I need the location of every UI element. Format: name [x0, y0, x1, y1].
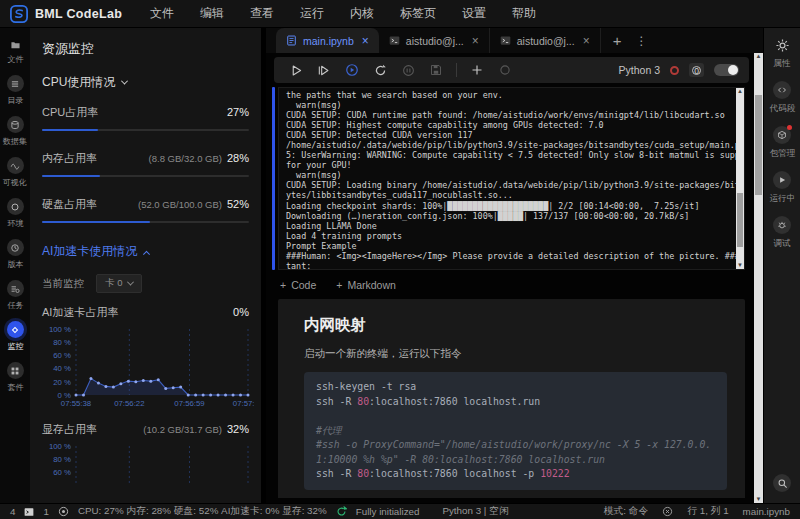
svg-text:80 %: 80 %: [53, 455, 71, 464]
active-filename[interactable]: main.ipynb: [743, 506, 790, 517]
kernel-status[interactable]: Python 3 | 空闲: [442, 505, 508, 518]
tool-item-running[interactable]: 运行中: [769, 171, 796, 205]
tab-options-icon[interactable]: ⋮: [635, 34, 647, 48]
add-markdown-cell-button[interactable]: Markdown: [336, 279, 396, 291]
tool-item-search[interactable]: [773, 474, 791, 492]
main-menu: 文件编辑查看运行内核标签页设置帮助: [150, 5, 536, 22]
code-line: ssh-keygen -t rsa: [316, 380, 715, 395]
sidebar-item-version[interactable]: 版本: [7, 239, 24, 271]
menu-item-2[interactable]: 查看: [250, 5, 274, 22]
add-cell-button[interactable]: [463, 59, 491, 81]
environment-icon: [7, 198, 24, 215]
notifications-icon[interactable]: [662, 506, 673, 517]
code-cell-output[interactable]: the paths that we search based on your e…: [272, 87, 745, 270]
tab-bar-actions: +⋮: [601, 28, 648, 53]
sidebar-item-environment[interactable]: 环境: [7, 198, 24, 230]
tasks-icon: [7, 280, 24, 297]
run-cell-button[interactable]: [282, 59, 310, 81]
gpu-util-value: 0%: [233, 306, 249, 318]
resource-monitor-panel: 资源监控 CPU使用情况 CPU占用率 27% 内存占用率 (8.8 GB/32…: [30, 28, 266, 503]
tool-item-snippet[interactable]: 代码段: [769, 81, 796, 115]
markdown-paragraph: 启动一个新的终端，运行以下指令: [304, 347, 727, 361]
markdown-cell[interactable]: 内网映射 启动一个新的终端，运行以下指令 ssh-keygen -t rsass…: [278, 299, 745, 498]
sidebar-item-tasks[interactable]: 任务: [7, 280, 24, 312]
tool-item-debug[interactable]: 调试: [773, 216, 791, 250]
sidebar-item-suite[interactable]: 套件: [7, 362, 24, 394]
svg-text:100 %: 100 %: [49, 325, 71, 334]
current-monitor-row: 当前监控 卡 0: [42, 274, 249, 293]
sidebar-item-folder[interactable]: 文件: [7, 38, 24, 66]
kernel-badge[interactable]: 0: [689, 63, 704, 77]
output-scrollbar[interactable]: ▲ ▼: [736, 88, 744, 269]
cpu-section-header[interactable]: CPU使用情况: [42, 74, 249, 91]
new-tab-button[interactable]: +: [613, 33, 622, 48]
init-status[interactable]: Fully initialized: [356, 506, 420, 517]
scroll-up-icon[interactable]: ▲: [754, 53, 763, 60]
card-select-dropdown[interactable]: 卡 0: [96, 274, 142, 293]
left-activity-bar: 文件目录数据集可视化环境版本任务监控套件: [0, 28, 30, 503]
sidebar-item-monitor[interactable]: 监控: [7, 321, 24, 353]
pause-kernel-button[interactable]: [394, 59, 422, 81]
tool-item-label: 属性: [773, 57, 790, 69]
restart-run-button[interactable]: [338, 59, 366, 81]
save-button[interactable]: [422, 59, 450, 81]
panel-title: 资源监控: [42, 40, 249, 58]
close-icon[interactable]: ×: [472, 34, 479, 48]
interrupt-button[interactable]: [491, 59, 519, 81]
sidebar-item-dataset[interactable]: 数据集: [2, 116, 28, 148]
menu-item-1[interactable]: 编辑: [200, 5, 224, 22]
folder-icon: [7, 38, 23, 51]
notebook-scroll-area[interactable]: the paths that we search based on your e…: [266, 86, 763, 498]
disk-meter-label: 硬盘占用率: [42, 197, 97, 212]
tab-aistudio-j---[interactable]: aistudio@j...×: [379, 28, 490, 53]
resource-usage-summary[interactable]: CPU: 27% 内存: 28% 硬盘: 52% AI加速卡: 0% 显存: 3…: [78, 505, 327, 518]
tool-item-gear[interactable]: 属性: [773, 36, 791, 70]
initialized-icon: [336, 506, 347, 517]
close-icon[interactable]: ×: [362, 34, 369, 48]
terminal-icon: [24, 507, 34, 517]
code-token: ssh -R: [316, 468, 357, 479]
vram-label: 显存占用率: [42, 422, 97, 437]
notebook-scrollbar[interactable]: ▲ ▼: [754, 53, 763, 503]
memory-meter-label: 内存占用率: [42, 151, 97, 166]
close-icon[interactable]: ×: [583, 34, 590, 48]
notebook-scrollbar-thumb[interactable]: [755, 95, 762, 195]
run-all-button[interactable]: [310, 59, 338, 81]
ai-card-section-header[interactable]: AI加速卡使用情况: [42, 243, 249, 260]
disk-progress-track: [42, 221, 249, 223]
kernel-count[interactable]: 1: [43, 506, 48, 517]
scroll-up-icon[interactable]: ▲: [736, 88, 744, 95]
tool-item-package[interactable]: 包管理: [769, 126, 796, 160]
menu-item-4[interactable]: 内核: [350, 5, 374, 22]
sidebar-item-list[interactable]: 目录: [7, 75, 24, 107]
restart-kernel-button[interactable]: [366, 59, 394, 81]
menu-item-7[interactable]: 帮助: [512, 5, 536, 22]
tool-item-label: 包管理: [769, 147, 795, 159]
svg-text:60 %: 60 %: [53, 468, 71, 477]
cursor-position[interactable]: 行 1, 列 1: [687, 505, 728, 518]
simple-mode-toggle[interactable]: [714, 64, 739, 76]
terminal-count[interactable]: 4: [10, 506, 15, 517]
tab-main-ipynb[interactable]: main.ipynb×: [276, 28, 379, 53]
markdown-code-block: ssh-keygen -t rsassh -R 80:localhost:786…: [304, 372, 727, 490]
comment-token: #代理: [316, 425, 342, 436]
menu-item-5[interactable]: 标签页: [400, 5, 436, 22]
terminal-icon: [500, 35, 511, 46]
notification-dot: [787, 125, 792, 130]
menu-item-3[interactable]: 运行: [300, 5, 324, 22]
tab-label: main.ipynb: [303, 35, 354, 47]
scroll-down-icon[interactable]: ▼: [754, 496, 763, 503]
menu-item-0[interactable]: 文件: [150, 5, 174, 22]
kernel-name[interactable]: Python 3: [619, 64, 660, 76]
toggle-knob: [728, 65, 738, 75]
output-scrollbar-thumb[interactable]: [737, 193, 743, 247]
menu-item-6[interactable]: 设置: [462, 5, 486, 22]
add-code-cell-button[interactable]: Code: [280, 279, 316, 291]
editor-mode[interactable]: 模式: 命令: [604, 505, 649, 518]
sidebar-item-wave[interactable]: 可视化: [2, 157, 28, 189]
scroll-down-icon[interactable]: ▼: [736, 262, 744, 269]
code-line: #代理: [316, 424, 715, 439]
tab-aistudio-j---[interactable]: aistudio@j...×: [490, 28, 601, 53]
dataset-icon: [7, 116, 24, 133]
cpu-meter: CPU占用率 27%: [42, 105, 249, 131]
